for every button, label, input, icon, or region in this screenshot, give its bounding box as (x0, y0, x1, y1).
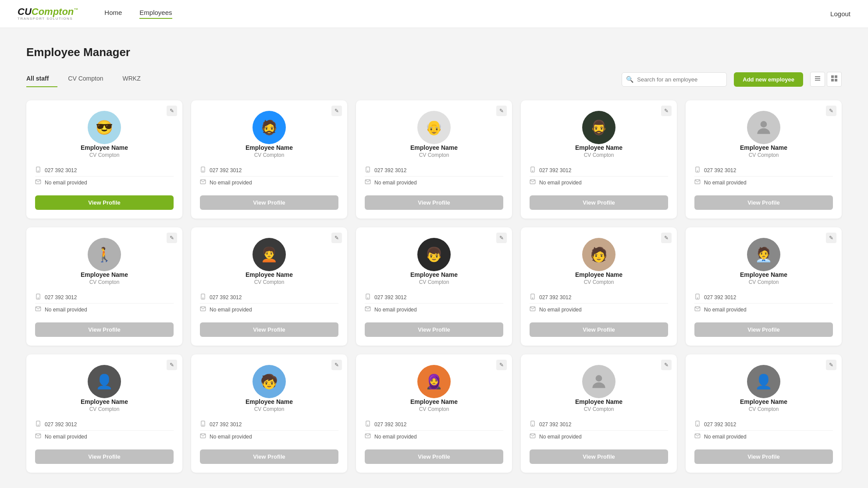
view-profile-button[interactable]: View Profile (200, 195, 338, 210)
employee-company: CV Compton (749, 279, 779, 285)
edit-button[interactable]: ✎ (167, 233, 177, 243)
view-profile-button[interactable]: View Profile (365, 449, 503, 464)
edit-button[interactable]: ✎ (331, 233, 342, 243)
svg-point-19 (761, 121, 767, 127)
view-profile-button[interactable]: View Profile (35, 195, 174, 210)
view-profile-button[interactable]: View Profile (365, 322, 503, 337)
employee-name: Employee Name (81, 398, 128, 405)
view-profile-button[interactable]: View Profile (530, 195, 668, 210)
email-value: No email provided (539, 307, 582, 313)
svg-point-49 (532, 425, 533, 425)
phone-number: 027 392 3012 (210, 294, 242, 301)
view-profile-button[interactable]: View Profile (694, 322, 833, 337)
phone-icon (200, 166, 206, 174)
employee-card: ✎ 🧔 Employee Name CV Compton 027 392 301… (191, 100, 347, 219)
nav-home[interactable]: Home (104, 9, 122, 19)
view-toggles (810, 72, 842, 87)
phone-row: 027 392 3012 (200, 291, 338, 304)
edit-button[interactable]: ✎ (661, 106, 672, 116)
employee-company: CV Compton (254, 152, 285, 158)
edit-button[interactable]: ✎ (331, 106, 342, 116)
email-icon (694, 179, 701, 186)
employee-name: Employee Name (575, 271, 623, 278)
contact-info: 027 392 3012 No email provided (694, 291, 833, 315)
avatar: 👤 (747, 365, 780, 398)
add-employee-button[interactable]: Add new employee (734, 72, 803, 87)
logo-subtitle: TRANSPORT SOLUTIONS (18, 17, 78, 21)
svg-point-27 (203, 298, 203, 298)
tab-cv-compton[interactable]: CV Compton (68, 71, 112, 87)
contact-info: 027 392 3012 No email provided (200, 418, 338, 442)
email-row: No email provided (200, 177, 338, 188)
view-profile-button[interactable]: View Profile (200, 449, 338, 464)
nav-employees[interactable]: Employees (139, 9, 172, 19)
employee-company: CV Compton (254, 406, 285, 412)
email-row: No email provided (365, 431, 503, 442)
employee-company: CV Compton (749, 152, 779, 158)
edit-button[interactable]: ✎ (661, 233, 672, 243)
email-icon (530, 306, 536, 313)
view-profile-button[interactable]: View Profile (35, 449, 174, 464)
email-icon (35, 306, 41, 313)
logout-button[interactable]: Logout (830, 10, 850, 18)
avatar (747, 111, 780, 144)
tab-wrkz[interactable]: WRKZ (123, 71, 149, 87)
edit-button[interactable]: ✎ (496, 106, 507, 116)
email-row: No email provided (694, 177, 833, 188)
svg-point-47 (596, 375, 602, 382)
employee-card: ✎ 👴 Employee Name CV Compton 027 392 301… (356, 100, 512, 219)
phone-row: 027 392 3012 (694, 164, 833, 177)
employee-card: ✎ 😎 Employee Name CV Compton 027 392 301… (26, 100, 182, 219)
email-value: No email provided (704, 434, 747, 440)
svg-point-17 (532, 171, 533, 171)
view-profile-button[interactable]: View Profile (694, 449, 833, 464)
edit-button[interactable]: ✎ (167, 360, 177, 370)
search-input[interactable] (622, 72, 727, 87)
phone-icon (694, 421, 701, 428)
edit-button[interactable]: ✎ (826, 360, 836, 370)
avatar (582, 365, 615, 398)
edit-button[interactable]: ✎ (167, 106, 177, 116)
view-profile-button[interactable]: View Profile (694, 195, 833, 210)
svg-rect-6 (835, 79, 837, 81)
phone-icon (200, 294, 206, 301)
view-profile-button[interactable]: View Profile (530, 449, 668, 464)
edit-button[interactable]: ✎ (331, 360, 342, 370)
phone-row: 027 392 3012 (35, 291, 174, 304)
phone-number: 027 392 3012 (374, 421, 406, 428)
employee-card: ✎ Employee Name CV Compton 027 392 3012 (521, 354, 677, 473)
svg-point-14 (367, 171, 368, 171)
email-icon (35, 179, 41, 186)
edit-button[interactable]: ✎ (496, 360, 507, 370)
list-view-button[interactable] (810, 72, 825, 87)
tab-all-staff[interactable]: All staff (26, 71, 57, 87)
employee-name: Employee Name (245, 398, 293, 405)
edit-button[interactable]: ✎ (826, 106, 836, 116)
view-profile-button[interactable]: View Profile (200, 322, 338, 337)
phone-number: 027 392 3012 (45, 167, 77, 173)
employee-company: CV Compton (749, 406, 779, 412)
grid-view-button[interactable] (827, 72, 842, 87)
phone-number: 027 392 3012 (45, 294, 77, 301)
view-profile-button[interactable]: View Profile (35, 322, 174, 337)
svg-rect-1 (815, 78, 820, 79)
email-row: No email provided (530, 431, 668, 442)
nav-right: Logout (830, 10, 850, 18)
avatar: 👦 (417, 238, 451, 271)
employee-company: CV Compton (89, 279, 120, 285)
svg-point-30 (367, 298, 368, 298)
view-profile-button[interactable]: View Profile (530, 322, 668, 337)
email-row: No email provided (35, 304, 174, 315)
edit-button[interactable]: ✎ (826, 233, 836, 243)
edit-button[interactable]: ✎ (661, 360, 672, 370)
phone-row: 027 392 3012 (365, 418, 503, 431)
avatar: 🧑‍🦱 (253, 238, 286, 271)
phone-row: 027 392 3012 (365, 291, 503, 304)
phone-number: 027 392 3012 (374, 167, 406, 173)
employee-name: Employee Name (575, 398, 623, 405)
view-profile-button[interactable]: View Profile (365, 195, 503, 210)
phone-row: 027 392 3012 (365, 164, 503, 177)
email-icon (365, 433, 371, 440)
edit-button[interactable]: ✎ (496, 233, 507, 243)
phone-icon (694, 294, 701, 301)
